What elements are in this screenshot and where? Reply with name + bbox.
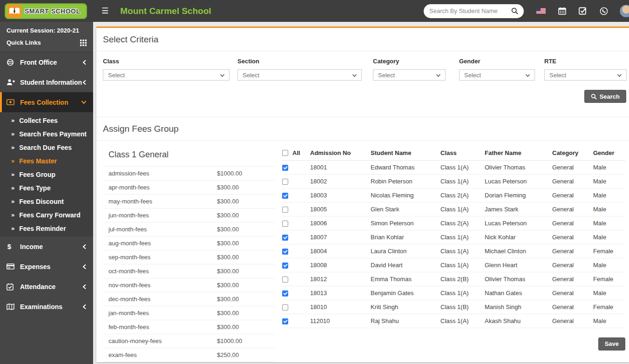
row-checkbox[interactable] (282, 235, 288, 241)
criteria-field-section: SectionSelect (237, 58, 362, 81)
dollar-icon: $ (7, 243, 16, 250)
app-logo[interactable]: SMART SCHOOL (0, 3, 93, 19)
table-row: 18013Benjamin GatesClass 1(A)Nathan Gate… (282, 286, 625, 300)
fee-amount: $300.00 (217, 240, 239, 247)
table-row: 18005Glen StarkClass 1(A)James StarkGene… (282, 202, 625, 216)
row-checkbox-cell (282, 160, 310, 174)
chevron-down-icon (81, 100, 87, 104)
sidebar-subitem-label: Collect Fees (19, 117, 57, 124)
select-value: Select (243, 72, 259, 79)
sidebar-subitem-collect-fees[interactable]: »Collect Fees (0, 114, 93, 127)
fee-name: aug-month-fees (103, 240, 217, 247)
double-arrow-icon: » (11, 157, 14, 164)
cell-category: General (552, 174, 593, 188)
category-select[interactable]: Select (373, 69, 446, 81)
cell-class: Class 1(A) (440, 174, 485, 188)
cell-father-name: Glenn Heart (485, 258, 552, 272)
cell-class: Class 1(A) (440, 202, 485, 216)
sidebar-item-label: Fees Collection (20, 99, 68, 106)
sidebar-item-student-information[interactable]: Student Information (0, 72, 93, 92)
table-row: 18007Brian KohlarClass 1(A)Nick KohlarGe… (282, 230, 625, 244)
row-checkbox[interactable] (282, 304, 288, 310)
fees-group-name: Class 1 General (103, 146, 275, 167)
todo-check-icon[interactable] (579, 7, 587, 15)
cell-student-name: Kriti Singh (371, 300, 440, 314)
row-checkbox[interactable] (282, 179, 288, 185)
sidebar-item-fees-collection[interactable]: Fees Collection (0, 92, 93, 112)
fee-row: jun-month-fees$300.00 (103, 209, 275, 222)
class-select[interactable]: Select (103, 69, 230, 81)
cell-class: Class 1(A) (440, 244, 485, 258)
content-card: Select Criteria ClassSelectSectionSelect… (96, 27, 629, 362)
row-checkbox[interactable] (282, 276, 288, 283)
save-button[interactable]: Save (598, 337, 625, 351)
sidebar-item-examinations[interactable]: Examinations (0, 297, 93, 317)
select-value: Select (108, 72, 125, 79)
cell-gender: Male (593, 202, 625, 216)
search-icon[interactable] (511, 7, 518, 14)
sidebar-subitem-search-due-fees[interactable]: »Search Due Fees (0, 141, 93, 154)
cell-gender: Male (593, 230, 625, 244)
sidebar-subitem-label: Fees Type (19, 184, 50, 192)
row-checkbox[interactable] (282, 249, 288, 255)
sidebar-subitem-fees-type[interactable]: »Fees Type (0, 181, 93, 195)
quick-links[interactable]: Quick Links (7, 39, 87, 46)
cell-admission-no: 112010 (310, 314, 371, 328)
double-arrow-icon: » (11, 184, 14, 191)
cell-gender: Male (593, 174, 625, 188)
sidebar-item-front-office[interactable]: Front Office (0, 52, 93, 72)
sidebar-subitem-fees-reminder[interactable]: »Fees Reminder (0, 222, 93, 235)
students-table-wrap: All Admission NoStudent NameClassFather … (282, 146, 629, 362)
cell-category: General (552, 272, 593, 286)
sidebar-subitem-fees-discount[interactable]: »Fees Discount (0, 195, 93, 208)
column-header-class: Class (440, 146, 485, 160)
hamburger-menu-icon[interactable]: ☰ (101, 7, 108, 15)
fee-amount: $300.00 (217, 184, 239, 191)
sidebar-subitem-search-fees-payment[interactable]: »Search Fees Payment (0, 127, 93, 141)
submenu-fees-collection: »Collect Fees»Search Fees Payment»Search… (0, 112, 93, 236)
sidebar-item-attendance[interactable]: Attendance (0, 276, 93, 297)
user-avatar[interactable] (619, 4, 629, 18)
main-content: Select Criteria ClassSelectSectionSelect… (93, 22, 629, 364)
language-flag-icon[interactable] (536, 8, 546, 14)
row-checkbox[interactable] (282, 318, 288, 324)
row-checkbox-cell (282, 300, 310, 314)
rte-select[interactable]: Select (544, 69, 627, 81)
cell-father-name: Nathan Gates (485, 286, 552, 300)
fee-name: may-month-fees (103, 198, 217, 205)
field-label: RTE (544, 58, 627, 65)
sidebar-item-income[interactable]: $Income (0, 236, 93, 256)
chevron-left-icon (82, 60, 87, 65)
sidebar-item-expenses[interactable]: Expenses (0, 256, 93, 276)
row-checkbox-cell (282, 244, 310, 258)
cell-gender: Female (593, 300, 625, 314)
fee-name: nov-month-fees (103, 282, 217, 289)
whatsapp-icon[interactable] (600, 7, 608, 15)
gender-select[interactable]: Select (459, 69, 535, 81)
select-all-checkbox[interactable] (282, 150, 288, 156)
fee-row: admission-fees$1000.00 (103, 167, 275, 181)
row-checkbox[interactable] (282, 165, 288, 171)
cell-gender: Female (593, 244, 625, 258)
row-checkbox[interactable] (282, 207, 288, 213)
cell-admission-no: 18008 (310, 258, 371, 272)
grid-icon[interactable] (80, 40, 87, 46)
cell-student-name: Simon Peterson (371, 216, 440, 230)
row-checkbox[interactable] (282, 221, 288, 227)
calendar-icon[interactable] (558, 7, 566, 15)
cell-student-name: Edward Thomas (371, 160, 440, 174)
sidebar-subitem-fees-carry-forward[interactable]: »Fees Carry Forward (0, 208, 93, 222)
search-input[interactable] (429, 7, 511, 14)
fees-icon (7, 99, 16, 105)
section-select[interactable]: Select (237, 69, 362, 81)
search-button[interactable]: Search (584, 90, 626, 103)
sidebar-subitem-fees-group[interactable]: »Fees Group (0, 168, 93, 181)
row-checkbox[interactable] (282, 193, 288, 199)
sidebar-subitem-fees-master[interactable]: »Fees Master (0, 154, 93, 168)
fee-amount: $300.00 (217, 296, 239, 303)
fee-name: apr-month-fees (103, 184, 217, 191)
row-checkbox[interactable] (282, 290, 288, 297)
double-arrow-icon: » (11, 130, 14, 137)
row-checkbox[interactable] (282, 263, 288, 269)
sidebar-item-label: Income (20, 243, 43, 250)
